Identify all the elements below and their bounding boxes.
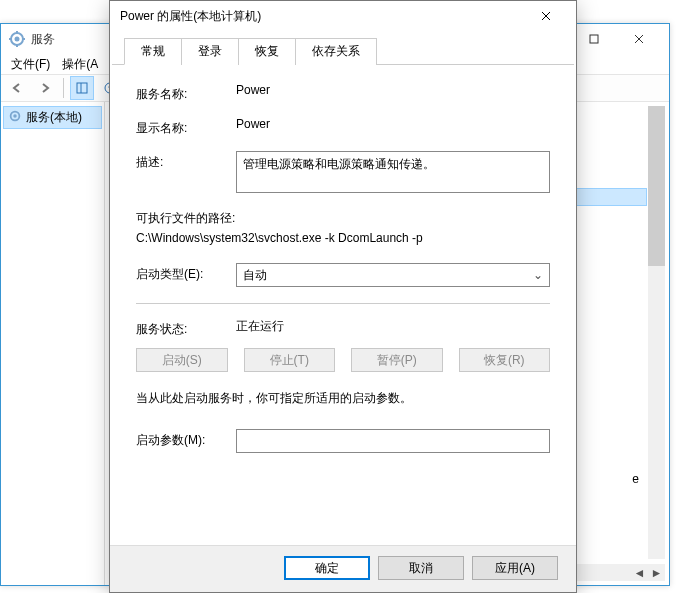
dialog-titlebar[interactable]: Power 的属性(本地计算机) [110,1,576,31]
chevron-down-icon: ⌄ [533,268,543,282]
label-start-params: 启动参数(M): [136,429,236,449]
dialog-body: 服务名称: Power 显示名称: Power 描述: 可执行文件的路径: C:… [110,65,576,477]
start-params-hint: 当从此处启动服务时，你可指定所适用的启动参数。 [136,390,550,407]
apply-button[interactable]: 应用(A) [472,556,558,580]
resume-button[interactable]: 恢复(R) [459,348,551,372]
tab-logon[interactable]: 登录 [181,38,239,65]
tab-dependencies[interactable]: 依存关系 [295,38,377,65]
toolbar-separator [63,78,64,98]
description-field[interactable] [236,151,550,193]
value-service-name: Power [236,83,550,97]
dialog-tabstrip: 常规 登录 恢复 依存关系 [112,31,574,65]
label-display-name: 显示名称: [136,117,236,137]
start-params-input[interactable] [236,429,550,453]
services-tree: 服务(本地) [1,102,105,585]
svg-rect-7 [590,35,598,43]
dialog-title: Power 的属性(本地计算机) [120,8,526,25]
dialog-close-button[interactable] [526,2,566,30]
startup-type-select[interactable]: 自动 ⌄ [236,263,550,287]
tab-recovery[interactable]: 恢复 [238,38,296,65]
list-cut-text: e [632,472,639,486]
tree-item-services-local[interactable]: 服务(本地) [3,106,102,129]
tree-item-label: 服务(本地) [26,109,82,126]
label-exe-path: 可执行文件的路径: [136,210,550,227]
services-icon [9,31,25,47]
label-startup-type: 启动类型(E): [136,263,236,283]
pause-button[interactable]: 暂停(P) [351,348,443,372]
value-exe-path: C:\Windows\system32\svchost.exe -k DcomL… [136,231,550,245]
cancel-button[interactable]: 取消 [378,556,464,580]
back-button[interactable] [5,76,29,100]
services-icon [8,109,22,126]
svg-rect-10 [77,83,87,93]
startup-type-value: 自动 [243,267,267,284]
scroll-left-icon[interactable]: ◄ [631,564,648,581]
close-button[interactable] [616,25,661,53]
properties-dialog: Power 的属性(本地计算机) 常规 登录 恢复 依存关系 服务名称: Pow… [109,0,577,593]
value-display-name: Power [236,117,550,131]
maximize-button[interactable] [571,25,616,53]
divider [136,303,550,304]
view-list-button[interactable] [70,76,94,100]
label-description: 描述: [136,151,236,171]
label-service-status: 服务状态: [136,318,236,338]
vertical-scrollbar[interactable] [648,106,665,559]
stop-button[interactable]: 停止(T) [244,348,336,372]
menu-file[interactable]: 文件(F) [11,56,50,73]
label-service-name: 服务名称: [136,83,236,103]
value-service-status: 正在运行 [236,318,550,335]
menu-action[interactable]: 操作(A [62,56,98,73]
tab-general[interactable]: 常规 [124,38,182,65]
scroll-right-icon[interactable]: ► [648,564,665,581]
ok-button[interactable]: 确定 [284,556,370,580]
dialog-footer: 确定 取消 应用(A) [110,545,576,592]
forward-button[interactable] [33,76,57,100]
svg-point-1 [15,37,20,42]
start-button[interactable]: 启动(S) [136,348,228,372]
svg-point-15 [13,114,17,118]
